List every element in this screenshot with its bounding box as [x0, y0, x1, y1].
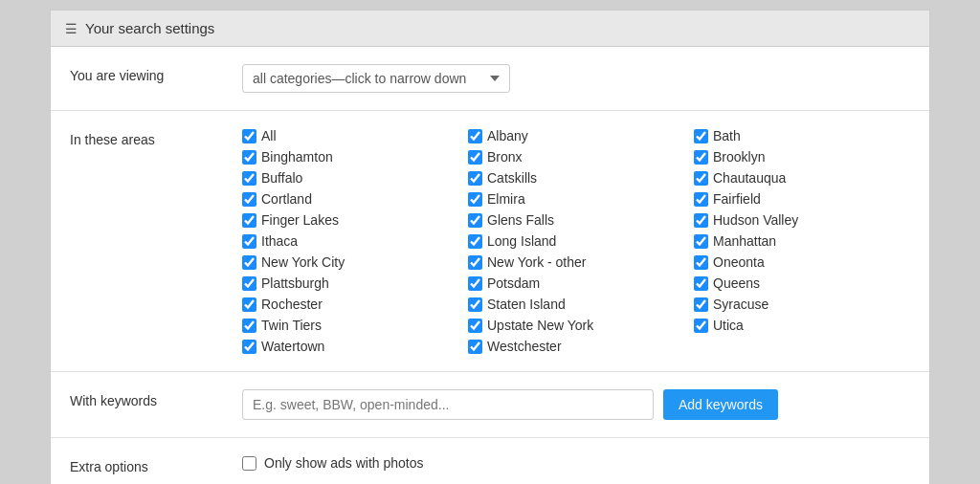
area-checkbox-all[interactable]: [242, 129, 256, 143]
area-label-new-york-other[interactable]: New York - other: [487, 254, 587, 270]
area-item: Bath: [694, 128, 910, 143]
area-label-cortland[interactable]: Cortland: [261, 191, 312, 207]
area-checkbox-albany[interactable]: [468, 129, 482, 143]
photos-checkbox[interactable]: [242, 456, 256, 471]
area-label-syracuse[interactable]: Syracuse: [713, 297, 768, 312]
area-label-bronx[interactable]: Bronx: [487, 149, 523, 165]
area-checkbox-rochester[interactable]: [242, 297, 256, 312]
area-label-elmira[interactable]: Elmira: [487, 191, 525, 207]
area-checkbox-twin-tiers[interactable]: [242, 319, 256, 333]
area-item: Plattsburgh: [242, 275, 458, 291]
area-checkbox-westchester[interactable]: [468, 340, 482, 354]
extra-options-content: Only show ads with photos: [242, 455, 910, 471]
area-checkbox-buffalo[interactable]: [242, 171, 256, 186]
area-item: Glens Falls: [468, 212, 684, 228]
area-item: Bronx: [468, 149, 684, 165]
area-item: Manhattan: [694, 233, 910, 249]
area-label-queens[interactable]: Queens: [713, 275, 760, 291]
category-dropdown[interactable]: all categories—click to narrow down: [242, 64, 510, 93]
area-item: New York - other: [468, 254, 684, 270]
area-checkbox-fairfield[interactable]: [694, 192, 708, 207]
area-label-brooklyn[interactable]: Brooklyn: [713, 149, 765, 165]
menu-icon: ☰: [65, 21, 78, 36]
area-label-upstate-new-york[interactable]: Upstate New York: [487, 318, 593, 333]
area-label-utica[interactable]: Utica: [713, 318, 744, 333]
area-item: Twin Tiers: [242, 318, 458, 333]
area-item: Westchester: [468, 339, 684, 354]
settings-header: ☰ Your search settings: [51, 11, 929, 47]
area-checkbox-brooklyn[interactable]: [694, 150, 708, 165]
area-label-plattsburgh[interactable]: Plattsburgh: [261, 275, 329, 291]
areas-label: In these areas: [70, 128, 242, 147]
area-label-manhattan[interactable]: Manhattan: [713, 233, 776, 249]
area-item: Binghamton: [242, 149, 458, 165]
area-label-finger-lakes[interactable]: Finger Lakes: [261, 212, 339, 228]
area-item: Watertown: [242, 339, 458, 354]
keywords-label: With keywords: [70, 389, 242, 408]
area-checkbox-ithaca[interactable]: [242, 234, 256, 249]
area-checkbox-bronx[interactable]: [468, 150, 482, 165]
area-item: Ithaca: [242, 233, 458, 249]
area-checkbox-cortland[interactable]: [242, 192, 256, 207]
area-checkbox-glens-falls[interactable]: [468, 213, 482, 228]
area-label-binghamton[interactable]: Binghamton: [261, 149, 333, 165]
area-item: Brooklyn: [694, 149, 910, 165]
area-checkbox-utica[interactable]: [694, 319, 708, 333]
keywords-input[interactable]: [242, 389, 654, 420]
area-label-glens-falls[interactable]: Glens Falls: [487, 212, 554, 228]
area-checkbox-staten-island[interactable]: [468, 297, 482, 312]
area-item: Utica: [694, 318, 910, 333]
area-label-buffalo[interactable]: Buffalo: [261, 170, 302, 186]
area-label-potsdam[interactable]: Potsdam: [487, 275, 540, 291]
area-label-staten-island[interactable]: Staten Island: [487, 297, 566, 312]
photos-label[interactable]: Only show ads with photos: [264, 455, 424, 471]
area-label-westchester[interactable]: Westchester: [487, 339, 562, 354]
viewing-section: You are viewing all categories—click to …: [51, 47, 929, 111]
area-label-hudson-valley[interactable]: Hudson Valley: [713, 212, 798, 228]
viewing-content: all categories—click to narrow down: [242, 64, 910, 93]
area-checkbox-upstate-new-york[interactable]: [468, 319, 482, 333]
area-label-chautauqua[interactable]: Chautauqua: [713, 170, 786, 186]
area-checkbox-watertown[interactable]: [242, 340, 256, 354]
area-item: Catskills: [468, 170, 684, 186]
area-checkbox-binghamton[interactable]: [242, 150, 256, 165]
settings-title: Your search settings: [85, 20, 214, 36]
area-label-twin-tiers[interactable]: Twin Tiers: [261, 318, 322, 333]
area-checkbox-queens[interactable]: [694, 276, 708, 291]
area-checkbox-hudson-valley[interactable]: [694, 213, 708, 228]
area-label-new-york-city[interactable]: New York City: [261, 254, 345, 270]
area-label-albany[interactable]: Albany: [487, 128, 528, 143]
area-checkbox-syracuse[interactable]: [694, 297, 708, 312]
viewing-label: You are viewing: [70, 64, 242, 83]
add-keywords-button[interactable]: Add keywords: [663, 389, 778, 420]
area-label-rochester[interactable]: Rochester: [261, 297, 323, 312]
area-label-bath[interactable]: Bath: [713, 128, 741, 143]
area-label-ithaca[interactable]: Ithaca: [261, 233, 298, 249]
area-item: Potsdam: [468, 275, 684, 291]
area-checkbox-long-island[interactable]: [468, 234, 482, 249]
keywords-section: With keywords Add keywords: [51, 372, 929, 438]
area-checkbox-finger-lakes[interactable]: [242, 213, 256, 228]
extra-options-section: Extra options Only show ads with photos: [51, 438, 929, 484]
area-checkbox-new-york-other[interactable]: [468, 255, 482, 270]
area-checkbox-bath[interactable]: [694, 129, 708, 143]
area-checkbox-manhattan[interactable]: [694, 234, 708, 249]
area-item: Staten Island: [468, 297, 684, 312]
area-item: Hudson Valley: [694, 212, 910, 228]
area-checkbox-elmira[interactable]: [468, 192, 482, 207]
area-label-watertown[interactable]: Watertown: [261, 339, 324, 354]
area-checkbox-catskills[interactable]: [468, 171, 482, 186]
area-item: Long Island: [468, 233, 684, 249]
area-checkbox-potsdam[interactable]: [468, 276, 482, 291]
area-checkbox-new-york-city[interactable]: [242, 255, 256, 270]
area-checkbox-plattsburgh[interactable]: [242, 276, 256, 291]
area-checkbox-chautauqua[interactable]: [694, 171, 708, 186]
area-label-fairfield[interactable]: Fairfield: [713, 191, 761, 207]
area-checkbox-oneonta[interactable]: [694, 255, 708, 270]
area-item: Rochester: [242, 297, 458, 312]
area-label-long-island[interactable]: Long Island: [487, 233, 556, 249]
area-label-oneonta[interactable]: Oneonta: [713, 254, 765, 270]
area-label-all[interactable]: All: [261, 128, 277, 143]
area-label-catskills[interactable]: Catskills: [487, 170, 537, 186]
extra-options-label: Extra options: [70, 455, 242, 474]
